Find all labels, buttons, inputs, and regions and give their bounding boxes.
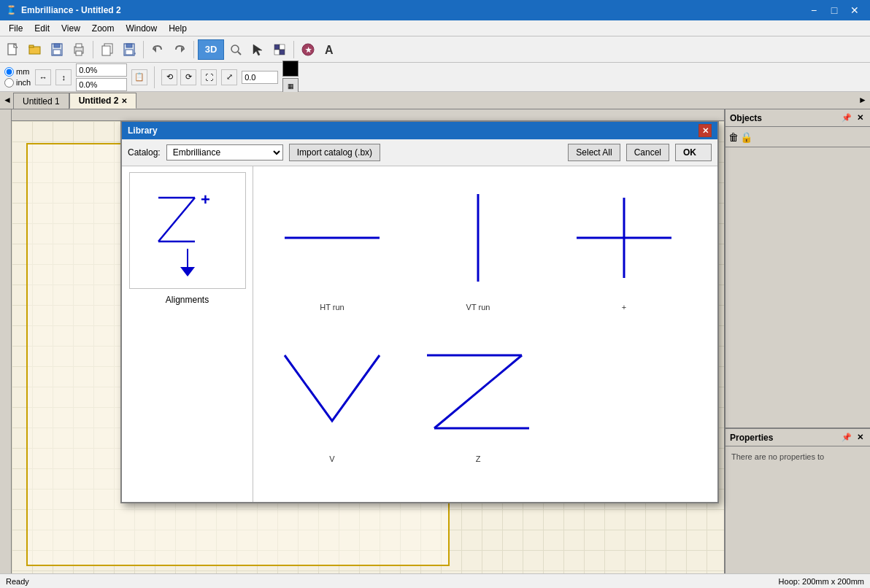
lib-item-z[interactable]: Z [405, 324, 551, 470]
z-shape-icon [420, 333, 536, 446]
lib-item-v-svg [260, 325, 404, 454]
lib-row-1: HT run VT run [259, 172, 712, 318]
lib-item-ht-run-label: HT run [320, 303, 344, 312]
select-all-button[interactable]: Select All [568, 144, 620, 161]
dialog-btn-spacer: Select All Cancel OK [568, 144, 712, 161]
svg-text:+: + [201, 190, 210, 209]
lib-selected-name: Alignments [166, 295, 209, 305]
dialog-title-text: Library [128, 125, 158, 136]
lib-row-2: V Z [259, 324, 712, 470]
dialog-close-button[interactable]: ✕ [698, 124, 712, 137]
ok-button[interactable]: OK [675, 144, 712, 161]
vt-run-icon [420, 190, 536, 285]
lib-item-plus-label: + [622, 303, 626, 312]
lib-item-z-svg [406, 325, 550, 454]
import-catalog-button[interactable]: Import catalog (.bx) [289, 144, 380, 161]
lib-item-v[interactable]: V [259, 324, 405, 470]
dialog-toolbar: Catalog: Embrilliance Import catalog (.b… [122, 139, 717, 166]
svg-marker-32 [180, 267, 195, 276]
lib-item-ht-run-svg [260, 173, 404, 303]
dialog-title-bar: Library ✕ [122, 122, 717, 139]
lib-item-vt-run-label: VT run [466, 303, 490, 312]
lib-thumbnail: + [129, 172, 246, 289]
library-dialog: Library ✕ Catalog: Embrilliance Import c… [120, 120, 719, 503]
catalog-select[interactable]: Embrilliance [166, 144, 283, 160]
lib-item-plus-svg [552, 173, 696, 303]
svg-line-38 [434, 355, 522, 428]
catalog-label: Catalog: [128, 147, 161, 158]
ht-run-icon [274, 190, 390, 285]
svg-line-28 [158, 198, 195, 241]
dialog-overlay: Library ✕ Catalog: Embrilliance Import c… [0, 0, 870, 588]
alignments-thumbnail-svg: + [136, 183, 239, 278]
lib-item-z-label: Z [476, 454, 481, 463]
cancel-button[interactable]: Cancel [626, 144, 669, 161]
lib-items-grid: HT run VT run [253, 166, 717, 502]
lib-item-plus[interactable]: + [551, 172, 697, 318]
v-shape-icon [274, 333, 390, 446]
plus-icon [566, 190, 682, 285]
dialog-body: + Alignments [122, 166, 717, 502]
lib-item-vt-run[interactable]: VT run [405, 172, 551, 318]
lib-selected-panel: + Alignments [122, 166, 253, 502]
lib-item-ht-run[interactable]: HT run [259, 172, 405, 318]
lib-item-vt-run-svg [406, 173, 550, 303]
lib-item-v-label: V [329, 454, 334, 463]
